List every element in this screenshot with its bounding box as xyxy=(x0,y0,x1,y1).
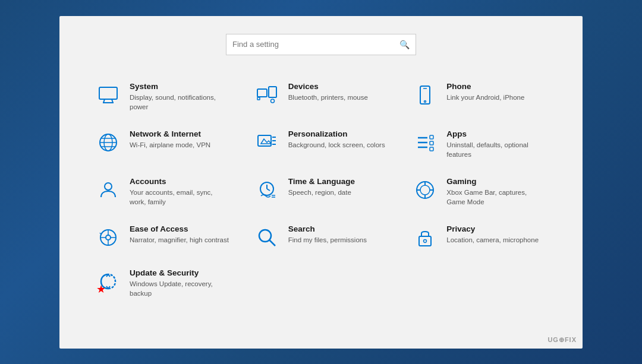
phone-desc: Link your Android, iPhone xyxy=(446,93,524,102)
devices-icon xyxy=(254,82,280,108)
search-input[interactable] xyxy=(232,40,399,49)
update-title: Update & Security xyxy=(130,268,230,277)
apps-text: Apps Uninstall, defaults, optional featu… xyxy=(446,129,547,159)
time-icon xyxy=(254,177,280,203)
setting-item-personalization[interactable]: Personalization Background, lock screen,… xyxy=(242,121,401,168)
update-icon: ★ xyxy=(95,268,121,295)
svg-rect-5 xyxy=(257,97,260,100)
privacy-title: Privacy xyxy=(446,224,539,233)
svg-rect-4 xyxy=(257,89,267,97)
search-icon: 🔍 xyxy=(399,40,410,49)
personalization-text: Personalization Background, lock screen,… xyxy=(288,129,385,150)
svg-rect-24 xyxy=(430,135,433,139)
setting-item-phone[interactable]: Phone Link your Android, iPhone xyxy=(400,73,559,121)
accounts-text: Accounts Your accounts, email, sync, wor… xyxy=(130,177,230,207)
setting-item-accounts[interactable]: Accounts Your accounts, email, sync, wor… xyxy=(83,168,242,216)
network-text: Network & Internet Wi-Fi, airplane mode,… xyxy=(130,129,210,150)
svg-rect-6 xyxy=(269,87,276,97)
phone-text: Phone Link your Android, iPhone xyxy=(446,82,524,102)
system-text: System Display, sound, notifications, po… xyxy=(130,82,230,112)
svg-rect-0 xyxy=(99,87,117,99)
setting-item-ease[interactable]: Ease of Access Narrator, magnifier, high… xyxy=(83,216,242,259)
phone-title: Phone xyxy=(446,82,524,91)
setting-item-update[interactable]: ★ Update & Security Windows Update, reco… xyxy=(83,259,242,307)
personalization-desc: Background, lock screen, colors xyxy=(288,140,385,150)
search-setting-text: Search Find my files, permissions xyxy=(288,224,367,245)
gaming-text: Gaming Xbox Game Bar, captures, Game Mod… xyxy=(446,177,547,207)
privacy-desc: Location, camera, microphone xyxy=(446,235,539,245)
search-bar[interactable]: 🔍 xyxy=(226,34,416,55)
gaming-icon xyxy=(412,177,438,203)
network-title: Network & Internet xyxy=(130,129,210,138)
personalization-title: Personalization xyxy=(288,129,385,138)
setting-item-system[interactable]: System Display, sound, notifications, po… xyxy=(83,73,242,121)
svg-point-8 xyxy=(270,99,274,103)
network-desc: Wi-Fi, airplane mode, VPN xyxy=(130,140,210,150)
setting-item-privacy[interactable]: Privacy Location, camera, microphone xyxy=(400,216,559,259)
svg-point-40 xyxy=(106,235,111,240)
setting-item-devices[interactable]: Devices Bluetooth, printers, mouse xyxy=(242,73,401,121)
time-title: Time & Language xyxy=(288,177,355,186)
accounts-icon xyxy=(95,177,121,203)
settings-grid: System Display, sound, notifications, po… xyxy=(83,73,559,308)
privacy-icon xyxy=(412,224,438,251)
devices-desc: Bluetooth, printers, mouse xyxy=(288,93,368,102)
svg-point-11 xyxy=(424,100,426,102)
svg-rect-25 xyxy=(430,141,433,145)
ease-desc: Narrator, magnifier, high contrast xyxy=(130,235,229,245)
system-title: System xyxy=(130,82,230,91)
accounts-desc: Your accounts, email, sync, work, family xyxy=(130,188,230,207)
gaming-title: Gaming xyxy=(446,177,547,186)
svg-point-44 xyxy=(424,240,427,243)
phone-icon xyxy=(412,82,438,108)
setting-item-network[interactable]: Network & Internet Wi-Fi, airplane mode,… xyxy=(83,121,242,168)
setting-item-search[interactable]: Search Find my files, permissions xyxy=(242,216,401,259)
ease-text: Ease of Access Narrator, magnifier, high… xyxy=(130,224,229,245)
svg-rect-43 xyxy=(419,236,431,246)
network-icon xyxy=(95,129,121,156)
svg-line-30 xyxy=(267,189,270,191)
system-icon xyxy=(95,82,121,108)
apps-icon xyxy=(412,129,438,156)
setting-item-time[interactable]: Time & Language Speech, region, date xyxy=(242,168,401,216)
watermark-text: UG⊕FIX xyxy=(547,336,577,344)
update-text: Update & Security Windows Update, recove… xyxy=(130,268,230,298)
svg-point-27 xyxy=(105,183,112,190)
search-bar-container: 🔍 xyxy=(83,34,559,55)
privacy-text: Privacy Location, camera, microphone xyxy=(446,224,539,245)
ease-title: Ease of Access xyxy=(130,224,229,233)
devices-title: Devices xyxy=(288,82,368,91)
search-setting-desc: Find my files, permissions xyxy=(288,235,367,245)
personalization-icon xyxy=(254,129,280,156)
apps-title: Apps xyxy=(446,129,547,138)
system-desc: Display, sound, notifications, power xyxy=(130,93,230,112)
gaming-desc: Xbox Game Bar, captures, Game Mode xyxy=(446,188,547,207)
svg-point-34 xyxy=(420,185,430,195)
ease-icon xyxy=(95,224,121,251)
apps-desc: Uninstall, defaults, optional features xyxy=(446,140,547,159)
time-text: Time & Language Speech, region, date xyxy=(288,177,355,197)
setting-item-gaming[interactable]: Gaming Xbox Game Bar, captures, Game Mod… xyxy=(400,168,559,216)
svg-line-42 xyxy=(269,240,275,246)
search-setting-title: Search xyxy=(288,224,367,233)
accounts-title: Accounts xyxy=(130,177,230,186)
update-alert-star: ★ xyxy=(96,283,106,296)
settings-window: 🔍 System Display, sound, notifications, … xyxy=(59,16,583,349)
devices-text: Devices Bluetooth, printers, mouse xyxy=(288,82,368,102)
search-setting-icon xyxy=(254,224,280,251)
time-desc: Speech, region, date xyxy=(288,188,355,197)
update-desc: Windows Update, recovery, backup xyxy=(130,279,230,298)
setting-item-apps[interactable]: Apps Uninstall, defaults, optional featu… xyxy=(400,121,559,168)
svg-rect-26 xyxy=(430,147,433,151)
